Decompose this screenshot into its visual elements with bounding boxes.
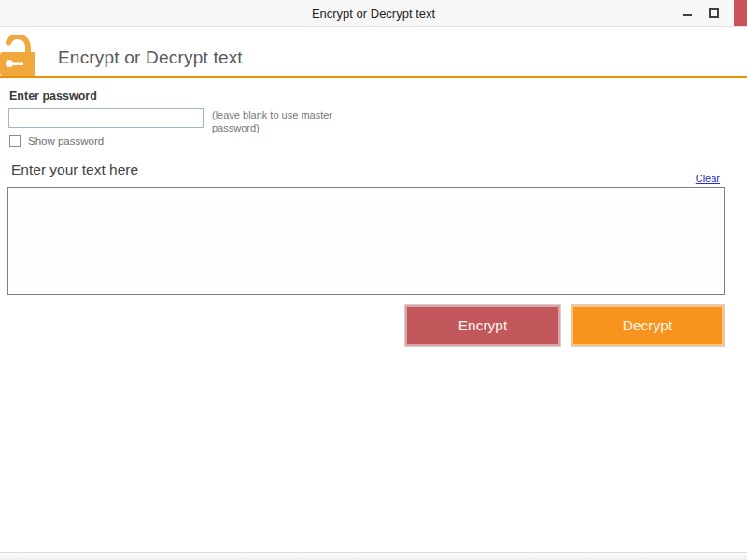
show-password-label: Show password <box>28 135 104 147</box>
close-button[interactable] <box>734 0 747 26</box>
app-header: Encrypt or Decrypt text <box>0 27 747 78</box>
password-input[interactable] <box>8 108 204 128</box>
window-title: Encrypt or Decrypt text <box>0 0 747 26</box>
encrypt-button[interactable]: Encrypt <box>404 304 561 347</box>
decrypt-button[interactable]: Decrypt <box>571 304 725 347</box>
page-title: Encrypt or Decrypt text <box>58 48 243 68</box>
password-hint: (leave blank to use master password) <box>212 108 343 134</box>
minimize-button[interactable] <box>676 0 698 26</box>
clear-link[interactable]: Clear <box>696 173 720 184</box>
enter-text-label: Enter your text here <box>11 161 138 178</box>
text-input-area[interactable] <box>7 187 725 295</box>
maximize-button[interactable] <box>702 0 725 26</box>
minimize-icon <box>683 14 692 16</box>
title-bar: Encrypt or Decrypt text <box>0 0 747 27</box>
open-padlock-icon <box>0 35 43 77</box>
enter-password-label: Enter password <box>9 90 97 103</box>
show-password-checkbox[interactable] <box>9 135 21 147</box>
maximize-icon <box>709 8 719 18</box>
window-bottom-edge <box>0 552 747 560</box>
show-password-row[interactable]: Show password <box>9 134 104 147</box>
